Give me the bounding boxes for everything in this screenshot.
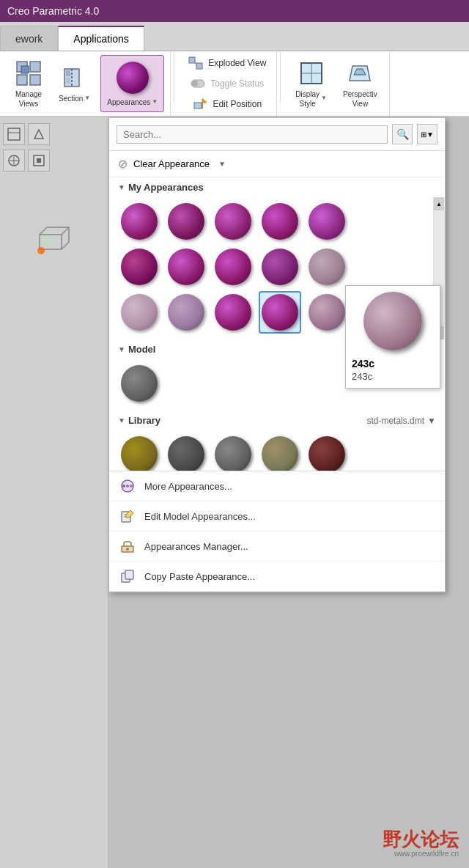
my-appearances-grid: 243c 243c xyxy=(109,197,445,339)
svg-rect-7 xyxy=(66,70,70,76)
edit-position-icon xyxy=(192,97,208,111)
main-area: 🔍 ⊞▼ ⊘ Clear Appearance ▼ ▼ My Appearanc… xyxy=(0,117,469,868)
copy-paste-appearance-icon xyxy=(119,568,136,584)
sidebar-icon-4[interactable] xyxy=(28,150,50,172)
svg-rect-8 xyxy=(66,78,70,84)
appearances-manager-item[interactable]: Appearances Manager... xyxy=(109,532,445,562)
search-input[interactable] xyxy=(117,125,388,144)
edit-position-label: Edit Position xyxy=(213,99,262,109)
appearance-item-10[interactable] xyxy=(118,291,160,334)
tab-applications[interactable]: Applications xyxy=(58,26,144,51)
edit-model-appearances-item[interactable]: Edit Model Appearances... xyxy=(109,501,445,532)
model-appearance-0[interactable] xyxy=(118,362,160,405)
perspective-view-label: PerspectivView xyxy=(343,89,377,108)
svg-point-37 xyxy=(126,485,129,488)
model-triangle: ▼ xyxy=(118,345,125,353)
tab-bar: ework Applications xyxy=(0,22,469,51)
appearance-item-14[interactable]: 243c 243c xyxy=(306,291,348,334)
appearance-item-4[interactable] xyxy=(306,200,348,243)
svg-point-38 xyxy=(130,485,133,488)
section-button[interactable]: Section ▼ xyxy=(53,55,96,112)
manage-views-icon xyxy=(15,59,43,87)
svg-rect-14 xyxy=(194,103,202,108)
tooltip-id: 243c xyxy=(346,371,440,382)
toggle-status-icon xyxy=(190,76,206,91)
app-title: Creo Parametric 4.0 xyxy=(7,5,99,17)
appearance-item-2[interactable] xyxy=(212,200,254,243)
svg-point-13 xyxy=(192,81,198,87)
svg-line-29 xyxy=(62,227,69,235)
appearance-item-11[interactable] xyxy=(165,291,207,334)
search-button[interactable]: 🔍 xyxy=(392,124,413,144)
display-style-arrow: ▼ xyxy=(321,95,327,102)
appearance-item-13[interactable] xyxy=(259,291,301,334)
svg-rect-33 xyxy=(41,236,54,245)
manage-views-button[interactable]: Manage Views xyxy=(9,55,48,112)
appearance-item-5[interactable] xyxy=(118,246,160,288)
ribbon-divider-1 xyxy=(174,51,174,103)
lib-item-4[interactable] xyxy=(306,433,348,471)
appearance-item-12[interactable] xyxy=(212,291,254,334)
svg-rect-4 xyxy=(21,66,29,73)
ribbon-group-manage: Manage Views Section ▼ A xyxy=(3,51,171,116)
sidebar-icon-2[interactable] xyxy=(28,123,50,145)
tab-framework[interactable]: ework xyxy=(0,26,58,51)
exploded-view-icon xyxy=(188,56,204,70)
library-appearances-grid-1 xyxy=(109,430,445,471)
grid-icon: ⊞▼ xyxy=(421,130,434,139)
library-dropdown-arrow[interactable]: ▼ xyxy=(427,416,436,426)
watermark-area: 野火论坛 www.proewildfire.cn xyxy=(383,831,459,858)
svg-rect-3 xyxy=(30,75,40,85)
appearance-item-9[interactable] xyxy=(306,246,348,288)
exploded-view-label: Exploded View xyxy=(208,58,266,68)
appearances-sphere-icon xyxy=(115,60,150,95)
ribbon-divider-2 xyxy=(280,51,281,103)
scroll-up-button[interactable]: ▲ xyxy=(434,197,444,210)
toggle-status-button[interactable]: Toggle Status xyxy=(184,74,270,93)
my-appearances-label: My Appearances xyxy=(128,182,204,193)
my-appearances-triangle: ▼ xyxy=(118,183,125,191)
lib-item-2[interactable] xyxy=(212,433,254,471)
perspective-view-button[interactable]: PerspectivView xyxy=(337,55,383,112)
display-style-icon xyxy=(298,59,325,87)
clear-appearance-icon: ⊘ xyxy=(118,157,128,171)
svg-point-43 xyxy=(126,548,129,551)
edit-position-button[interactable]: Edit Position xyxy=(186,95,267,114)
appearance-item-0[interactable] xyxy=(118,200,160,243)
library-header: ▼ Library std-metals.dmt ▼ xyxy=(109,411,445,430)
toggle-status-label: Toggle Status xyxy=(210,78,264,89)
scroll-area: ▼ My Appearances xyxy=(109,177,445,471)
svg-line-32 xyxy=(62,242,69,249)
appearance-item-7[interactable] xyxy=(212,246,254,288)
lib-item-0[interactable] xyxy=(118,433,160,471)
appearances-dropdown-panel: 🔍 ⊞▼ ⊘ Clear Appearance ▼ ▼ My Appearanc… xyxy=(108,117,446,592)
svg-point-36 xyxy=(122,485,125,488)
svg-rect-9 xyxy=(189,57,195,63)
appearance-item-3[interactable] xyxy=(259,200,301,243)
sidebar-icon-1[interactable] xyxy=(3,123,25,145)
edit-model-appearances-label: Edit Model Appearances... xyxy=(144,511,256,522)
svg-rect-26 xyxy=(37,158,41,163)
appearance-item-6[interactable] xyxy=(165,246,207,288)
search-icon: 🔍 xyxy=(396,128,409,140)
ribbon-group-view-options: More Appearances... Exploded View Toggle… xyxy=(177,51,277,116)
exploded-view-button[interactable]: More Appearances... Exploded View xyxy=(182,54,272,73)
brand-logo: 野火论坛 xyxy=(383,831,459,850)
display-style-label: DisplayStyle xyxy=(295,89,320,108)
appearances-button[interactable]: Appearances ▼ xyxy=(100,55,164,112)
lib-item-1[interactable] xyxy=(165,433,207,471)
copy-paste-appearance-item[interactable]: Copy Paste Appearance... xyxy=(109,562,445,592)
lib-item-3[interactable] xyxy=(259,433,301,471)
svg-point-34 xyxy=(37,247,45,254)
more-appearances-item[interactable]: More Appearances... xyxy=(109,471,445,501)
clear-appearance-row[interactable]: ⊘ Clear Appearance ▼ xyxy=(109,151,445,177)
appearance-item-8[interactable] xyxy=(259,246,301,288)
display-style-button[interactable]: DisplayStyle ▼ xyxy=(289,55,333,112)
clear-appearance-label: Clear Appearance xyxy=(133,158,210,169)
website-label: www.proewildfire.cn xyxy=(383,850,459,858)
appearance-item-1[interactable] xyxy=(165,200,207,243)
grid-view-button[interactable]: ⊞▼ xyxy=(417,124,437,144)
edit-model-appearances-icon xyxy=(119,508,136,524)
sidebar-icon-3[interactable] xyxy=(3,150,25,172)
more-appearances-icon xyxy=(119,478,136,494)
